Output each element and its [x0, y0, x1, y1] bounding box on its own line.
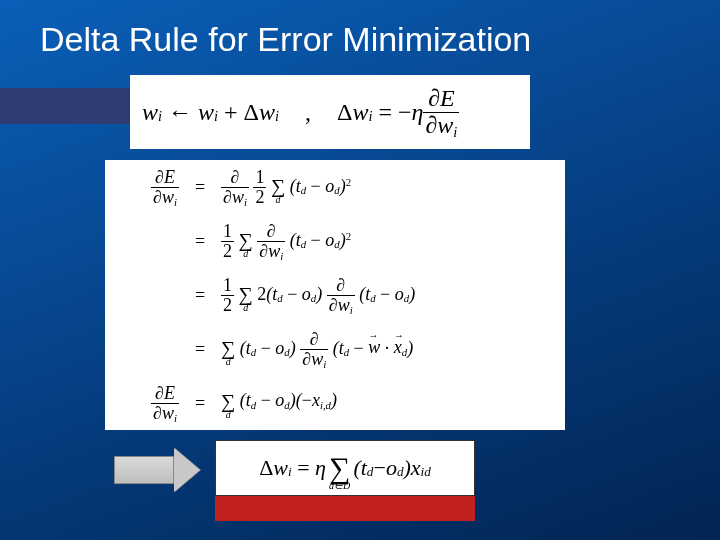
- sq2: 2: [346, 230, 351, 242]
- sub-i: i: [158, 108, 162, 125]
- o1: o: [325, 175, 334, 195]
- eq-5: =: [183, 376, 217, 430]
- var-w-4: w: [352, 99, 368, 126]
- slide-title: Delta Rule for Error Minimization: [40, 20, 531, 59]
- sidx3: d: [243, 303, 248, 312]
- t4b: t: [339, 337, 344, 357]
- sigma-4: ∑ d: [221, 339, 235, 366]
- m5b: −: [302, 390, 312, 410]
- d1: 2: [253, 188, 266, 207]
- r-i: i: [288, 464, 292, 480]
- d-ddwi-3: ∂ ∂wi: [327, 276, 355, 315]
- p3: ∂: [267, 221, 276, 241]
- o4: o: [275, 337, 284, 357]
- w1: w: [232, 187, 244, 207]
- d-i: i: [174, 196, 177, 208]
- x5: x: [312, 390, 320, 410]
- od5: d: [284, 399, 289, 411]
- p10: ∂: [153, 403, 162, 423]
- n3: 1: [221, 276, 234, 295]
- arrow-head: [174, 448, 200, 492]
- dot4: ·: [385, 337, 390, 357]
- sidx5: d: [226, 410, 231, 419]
- td5: d: [251, 399, 256, 411]
- E2: E: [164, 383, 175, 403]
- td3b: d: [370, 292, 375, 304]
- sub-i-3: i: [275, 108, 279, 125]
- lhs-dEdwi-2: ∂E ∂wi: [151, 384, 179, 423]
- derivation-row-3: = 1 2 ∑ d 2(td − od) ∂ ∂wi: [105, 268, 565, 322]
- delta-sign: Δ: [244, 99, 259, 126]
- sig4: ∑: [221, 339, 235, 357]
- sidx4: d: [226, 357, 231, 366]
- var-E: E: [440, 85, 455, 111]
- p7: ∂: [310, 329, 319, 349]
- derivation-row-5: ∂E ∂wi = ∑ d (td − od)(−xi,d): [105, 376, 565, 430]
- derivation-row-4: = ∑ d (td − od) ∂ ∂wi (td − w · xd): [105, 322, 565, 376]
- td1: d: [301, 184, 306, 196]
- eq-1: =: [183, 160, 217, 214]
- p5: ∂: [336, 275, 345, 295]
- n2: 1: [221, 222, 234, 241]
- vec-w: w: [368, 337, 380, 357]
- d-E: E: [164, 167, 175, 187]
- eq-2: =: [183, 214, 217, 268]
- d-partial-2: ∂: [153, 187, 162, 207]
- w4: w: [311, 349, 323, 369]
- d-ddwi-2: ∂ ∂wi: [257, 222, 285, 261]
- od3b: d: [404, 292, 409, 304]
- r-od: d: [397, 464, 404, 480]
- eq-4: =: [183, 322, 217, 376]
- var-w: w: [142, 99, 158, 126]
- sig2: ∑: [239, 231, 253, 249]
- var-w-3: w: [259, 99, 275, 126]
- sidx1: d: [276, 195, 281, 204]
- sub-i-5: i: [453, 124, 457, 140]
- r-m: −: [373, 455, 385, 481]
- equals-sign: =: [378, 99, 392, 126]
- p2: ∂: [223, 187, 232, 207]
- half-2: 1 2: [221, 222, 234, 261]
- update-rule-box: wi ← wi + Δwi , Δwi = −η ∂E ∂wi: [130, 75, 530, 149]
- eta: η: [412, 99, 424, 126]
- sq1: 2: [346, 176, 351, 188]
- td4b: d: [344, 346, 349, 358]
- half-1: 1 2: [253, 168, 266, 207]
- result-arrow-icon: [114, 448, 200, 492]
- lhs-dEdwi: ∂E ∂wi: [151, 168, 179, 207]
- m4: −: [261, 337, 271, 357]
- r-xid: id: [421, 464, 431, 480]
- partial-top: ∂: [428, 85, 440, 111]
- title-underline-bar: [0, 88, 130, 124]
- o5: o: [275, 390, 284, 410]
- derivation-row-1: ∂E ∂wi = ∂ ∂wi 1 2 ∑ d: [105, 160, 565, 214]
- half-3: 1 2: [221, 276, 234, 315]
- xid5: i,d: [320, 399, 331, 411]
- r-sigma: ∑ d∈D: [329, 445, 350, 491]
- sig1: ∑: [271, 177, 285, 195]
- d-ddwi-1: ∂ ∂wi: [221, 168, 249, 207]
- result-box: Δwi = η ∑ d∈D (td − od)xid: [215, 440, 475, 496]
- o3: o: [302, 283, 311, 303]
- delta-sign-2: Δ: [337, 99, 352, 126]
- r-sig: ∑: [329, 455, 350, 481]
- assign-arrow: ←: [168, 99, 192, 126]
- m4b: −: [354, 337, 364, 357]
- minus-sign: −: [398, 99, 412, 126]
- vec-x: x: [394, 337, 402, 357]
- o3b: o: [395, 283, 404, 303]
- sidx2: d: [243, 249, 248, 258]
- p6: ∂: [329, 295, 338, 315]
- w2: w: [268, 241, 280, 261]
- td2: d: [301, 238, 306, 250]
- i4: i: [323, 358, 326, 370]
- r-w: w: [273, 455, 288, 481]
- d-ddwi-4: ∂ ∂wi: [300, 330, 328, 369]
- sig5: ∑: [221, 392, 235, 410]
- w5: w: [162, 403, 174, 423]
- sig3: ∑: [239, 285, 253, 303]
- m2: −: [311, 229, 321, 249]
- r-delta: Δ: [259, 455, 273, 481]
- sigma-2: ∑ d: [239, 231, 253, 258]
- separator-comma: ,: [305, 99, 311, 126]
